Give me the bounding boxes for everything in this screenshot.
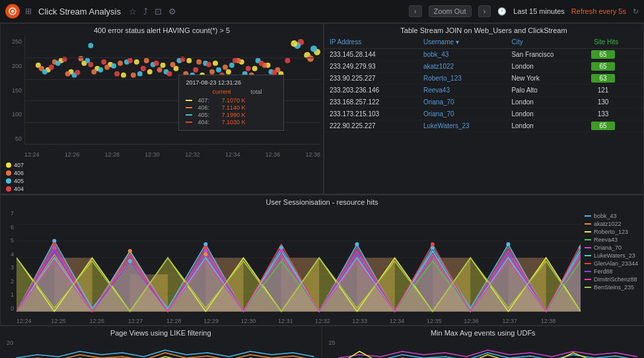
svg-point-58 — [229, 63, 234, 68]
cell-city: London — [506, 61, 589, 73]
legend-bobk43-label: bobk_43 — [594, 213, 617, 219]
star-icon[interactable]: ☆ — [129, 7, 137, 17]
legend-roberto123: Roberto_123 — [585, 229, 639, 235]
topbar: ⊞ Click Stream Analysis ☆ ⤴ ⊡ ⚙ ‹ Zoom O… — [0, 0, 644, 23]
table-row: 222.90.225.227LukeWaters_23London65 — [324, 120, 643, 132]
scatter-tooltip: 2017-08-23 12:31:26 current total 407: 7… — [178, 75, 284, 131]
svg-point-31 — [131, 73, 136, 78]
y-2: 2 — [11, 278, 14, 285]
scatter-legend: 407 406 405 404 — [6, 162, 24, 192]
cell-ip: 233.173.215.103 — [324, 108, 418, 120]
topbar-action-icons: ☆ ⤴ ⊡ ⚙ — [129, 7, 176, 17]
svg-point-32 — [144, 58, 149, 63]
cell-hits: 65 — [589, 49, 643, 61]
table-row: 233.249.279.93akatz1022London65 — [324, 61, 643, 73]
tooltip-timestamp: 2017-08-23 12:31:26 — [186, 79, 277, 86]
svg-point-28 — [91, 69, 96, 75]
svg-point-34 — [170, 62, 176, 67]
zoom-out-button[interactable]: Zoom Out — [429, 5, 472, 17]
y-label-200: 200 — [12, 63, 22, 69]
svg-text:12:36: 12:36 — [464, 318, 479, 324]
nav-back-button[interactable]: ‹ — [409, 5, 422, 17]
site-hits-badge: 65 — [591, 122, 615, 130]
svg-point-36 — [196, 59, 201, 65]
y-3: 3 — [11, 264, 14, 271]
x-label-1226: 12:26 — [65, 151, 80, 158]
cell-hits: 63 — [589, 73, 643, 85]
refresh-icon[interactable]: ↻ — [633, 7, 639, 16]
svg-point-99 — [128, 259, 132, 263]
cell-username: bobk_43 — [418, 49, 507, 61]
snapshot-icon[interactable]: ⊡ — [155, 7, 162, 17]
svg-text:12:35: 12:35 — [427, 318, 442, 324]
time-range-display[interactable]: Last 15 minutes — [513, 7, 565, 15]
svg-point-75 — [206, 62, 211, 67]
svg-point-108 — [279, 249, 283, 253]
grafana-logo[interactable] — [5, 4, 20, 18]
y-4: 4 — [11, 251, 14, 258]
legend-406: 406 — [6, 170, 24, 176]
svg-point-78 — [246, 66, 251, 71]
cell-username: Oriana_70 — [418, 96, 507, 108]
legend-oriana70-label: Oriana_70 — [594, 244, 622, 251]
svg-point-63 — [49, 65, 54, 70]
session-panel: User Sessionisation - resource hits 7 6 … — [0, 195, 644, 326]
svg-point-109 — [128, 249, 132, 253]
settings-icon[interactable]: ⚙ — [168, 7, 176, 17]
legend-reeva43: Reeva43 — [585, 236, 639, 243]
table-row: 233.168.257.122Oriana_70London130 — [324, 96, 643, 108]
svg-point-82 — [88, 43, 93, 48]
legend-404: 404 — [6, 186, 24, 192]
svg-point-77 — [233, 58, 238, 63]
min-max-chart: 25 — [322, 338, 645, 358]
session-content: 7 6 5 4 3 2 1 0 — [1, 207, 643, 325]
svg-point-70 — [141, 66, 146, 71]
col-ip[interactable]: IP Address — [324, 36, 418, 49]
svg-text:12:33: 12:33 — [352, 318, 367, 324]
tooltip-current-header: current — [212, 89, 231, 95]
x-label-1228: 12:28 — [105, 151, 120, 158]
tooltip-row-404: 404: 7.1030 K — [186, 119, 277, 125]
svg-point-10 — [134, 59, 139, 65]
scatter-panel-title: 400 error status alert HAVING count(*) >… — [1, 24, 323, 36]
legend-reeva43-label: Reeva43 — [594, 236, 618, 243]
data-table: IP Address Username ▾ City Site Hits 233… — [324, 36, 643, 132]
y-0: 0 — [11, 305, 14, 312]
scatter-panel: 400 error status alert HAVING count(*) >… — [0, 23, 324, 194]
nav-forward-button[interactable]: › — [478, 5, 491, 17]
cell-ip: 233.90.225.227 — [324, 73, 418, 85]
clock-icon: 🕐 — [497, 7, 507, 16]
legend-404-label: 404 — [14, 186, 24, 192]
svg-point-37 — [209, 69, 215, 75]
cell-ip: 233.145.28.144 — [324, 49, 418, 61]
cell-hits: 65 — [589, 61, 643, 73]
svg-point-69 — [127, 58, 133, 63]
svg-point-102 — [355, 242, 359, 246]
refresh-label[interactable]: Refresh every 5s — [571, 7, 626, 15]
cell-city: London — [506, 120, 589, 132]
svg-point-110 — [203, 252, 207, 256]
svg-text:12:30: 12:30 — [241, 318, 256, 324]
cell-ip: 233.249.279.93 — [324, 61, 418, 73]
main-grid: 400 error status alert HAVING count(*) >… — [0, 23, 644, 358]
svg-point-81 — [285, 58, 290, 63]
legend-akatz1022: akatz1022 — [585, 221, 639, 227]
col-city[interactable]: City — [506, 36, 589, 49]
col-username[interactable]: Username ▾ — [418, 36, 507, 49]
col-hits[interactable]: Site Hits — [589, 36, 643, 49]
tooltip-row-406: 406: 7.1140 K — [186, 104, 277, 111]
x-label-1234: 12:34 — [225, 151, 240, 158]
cell-city: San Francisco — [506, 49, 589, 61]
cell-hits: 133 — [589, 108, 643, 120]
svg-point-43 — [307, 55, 314, 62]
svg-text:12:26: 12:26 — [90, 318, 105, 324]
y-label-150: 150 — [12, 87, 22, 94]
svg-point-71 — [154, 61, 159, 66]
svg-point-38 — [223, 65, 228, 70]
svg-point-48 — [98, 67, 103, 73]
share-icon[interactable]: ⤴ — [143, 7, 148, 17]
x-label-1224: 12:24 — [24, 151, 40, 158]
topbar-right: ‹ Zoom Out › 🕐 Last 15 minutes Refresh e… — [409, 5, 639, 17]
svg-point-51 — [137, 71, 143, 77]
legend-dimitri-label: DimitriSchenz88 — [594, 276, 637, 283]
